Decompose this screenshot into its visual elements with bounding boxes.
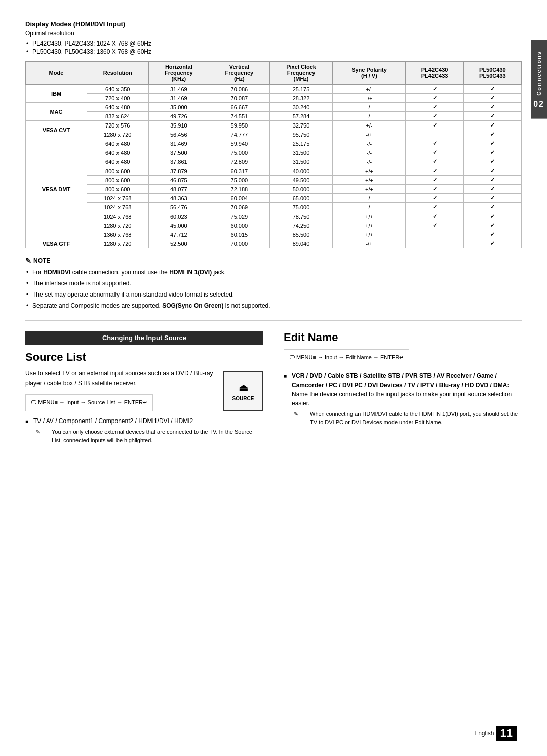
pl42-cell: ✓ [406, 166, 463, 176]
syncpolarity-cell: +/- [333, 85, 406, 94]
note-item-3: Separate and Composite modes are support… [25, 301, 522, 310]
edit-name-section: Edit Name 🖵 MENU≡ → Input → Edit Name → … [284, 331, 522, 449]
resolution-cell: 1280 x 720 [87, 221, 148, 230]
syncpolarity-cell: -/- [333, 139, 406, 148]
bottom-section: Changing the Input Source Source List ⏏ … [25, 331, 522, 449]
vfreq-cell: 59.940 [209, 139, 270, 148]
hfreq-cell: 31.469 [148, 85, 209, 94]
resolution-cell: 1024 x 768 [87, 203, 148, 212]
vfreq-cell: 72.188 [209, 185, 270, 194]
pl42-cell: ✓ [406, 148, 463, 157]
hfreq-cell: 45.000 [148, 221, 209, 230]
source-list-title: Source List [25, 351, 263, 364]
pixelclock-cell: 95.750 [269, 130, 333, 139]
mode-cell: VESA CVT [26, 121, 87, 139]
source-menu-text: MENU≡ → Input → Source List → ENTER↵ [38, 399, 147, 405]
vfreq-cell: 70.086 [209, 85, 270, 94]
note-item-2: The set may operate abnormally if a non-… [25, 290, 522, 299]
hfreq-cell: 60.023 [148, 212, 209, 221]
vfreq-cell: 75.000 [209, 176, 270, 185]
syncpolarity-cell: +/+ [333, 230, 406, 239]
pixelclock-cell: 50.000 [269, 185, 333, 194]
pl42-cell [406, 230, 463, 239]
note-section: ✎ NOTE For HDMI/DVI cable connection, yo… [25, 257, 522, 310]
note-item-0: For HDMI/DVI cable connection, you must … [25, 268, 522, 277]
resolution-bullet-1: PL42C430, PL42C433: 1024 X 768 @ 60Hz [25, 40, 522, 47]
pl42-cell: ✓ [406, 157, 463, 166]
pl42-cell: ✓ [406, 121, 463, 130]
note-label: NOTE [33, 257, 50, 264]
mode-cell: VESA GTF [26, 239, 87, 248]
hfreq-cell: 56.476 [148, 203, 209, 212]
vfreq-cell: 75.000 [209, 148, 270, 157]
pl50-cell: ✓ [463, 221, 521, 230]
vfreq-cell: 59.950 [209, 121, 270, 130]
source-list-section: Changing the Input Source Source List ⏏ … [25, 331, 263, 449]
resolution-cell: 1280 x 720 [87, 130, 148, 139]
note-list: For HDMI/DVI cable connection, you must … [25, 268, 522, 310]
display-modes-section: Display Modes (HDMI/DVI Input) Optimal r… [25, 20, 522, 248]
resolution-cell: 1024 x 768 [87, 212, 148, 221]
changing-input-banner: Changing the Input Source [25, 331, 263, 345]
pl50-cell: ✓ [463, 148, 521, 157]
resolution-cell: 1360 x 768 [87, 230, 148, 239]
vfreq-cell: 70.069 [209, 203, 270, 212]
syncpolarity-cell: +/+ [333, 212, 406, 221]
pl50-cell: ✓ [463, 203, 521, 212]
pl42-cell: ✓ [406, 221, 463, 230]
pixelclock-cell: 32.750 [269, 121, 333, 130]
hfreq-cell: 49.726 [148, 112, 209, 121]
edit-name-hdmi-note: When connecting an HDMI/DVI cable to the… [292, 410, 522, 427]
pl50-cell: ✓ [463, 166, 521, 176]
optimal-resolution-label: Optimal resolution [25, 30, 522, 37]
syncpolarity-cell: +/+ [333, 176, 406, 185]
note-header: ✎ NOTE [25, 257, 522, 265]
note-item-1: The interlace mode is not supported. [25, 279, 522, 288]
pl42-cell: ✓ [406, 212, 463, 221]
col-pl42: PL42C430PL42C433 [406, 62, 463, 85]
source-button: ⏏ SOURCE [223, 371, 263, 411]
mode-cell: VESA DMT [26, 139, 87, 239]
syncpolarity-cell: -/- [333, 148, 406, 157]
pl42-cell: ✓ [406, 85, 463, 94]
syncpolarity-cell: -/+ [333, 94, 406, 103]
edit-name-devices: VCR / DVD / Cable STB / Satellite STB / … [292, 372, 509, 389]
page-number: English 11 [474, 726, 517, 741]
hfreq-cell: 31.469 [148, 94, 209, 103]
edit-name-item-1: VCR / DVD / Cable STB / Satellite STB / … [284, 371, 522, 427]
page-num-big: 11 [496, 726, 517, 741]
vfreq-cell: 72.809 [209, 157, 270, 166]
syncpolarity-cell: -/- [333, 203, 406, 212]
vfreq-cell: 74.551 [209, 112, 270, 121]
pixelclock-cell: 49.500 [269, 176, 333, 185]
section-divider [25, 320, 522, 321]
pl42-cell: ✓ [406, 194, 463, 203]
vfreq-cell: 70.087 [209, 94, 270, 103]
pixelclock-cell: 25.175 [269, 139, 333, 148]
pixelclock-cell: 31.500 [269, 148, 333, 157]
page-lang: English [474, 730, 494, 737]
syncpolarity-cell: +/+ [333, 221, 406, 230]
hfreq-cell: 48.363 [148, 194, 209, 203]
pl42-cell: ✓ [406, 139, 463, 148]
hfreq-cell: 37.861 [148, 157, 209, 166]
display-modes-table: Mode Resolution HorizontalFrequency(KHz)… [25, 61, 522, 248]
hfreq-cell: 46.875 [148, 176, 209, 185]
mode-cell: MAC [26, 103, 87, 121]
pl42-cell [406, 239, 463, 248]
resolution-cell: 800 x 600 [87, 185, 148, 194]
edit-name-devices-desc: Name the device connected to the input j… [292, 391, 512, 407]
pl50-cell: ✓ [463, 230, 521, 239]
pixelclock-cell: 89.040 [269, 239, 333, 248]
pixelclock-cell: 75.000 [269, 203, 333, 212]
pixelclock-cell: 65.000 [269, 194, 333, 203]
col-pixel-clock: Pixel ClockFrequency(MHz) [269, 62, 333, 85]
pl50-cell: ✓ [463, 112, 521, 121]
syncpolarity-cell: +/- [333, 121, 406, 130]
col-pl50: PL50C430PL50C433 [463, 62, 521, 85]
pixelclock-cell: 57.284 [269, 112, 333, 121]
vfreq-cell: 60.317 [209, 166, 270, 176]
chapter-label: Connections [536, 51, 542, 96]
pixelclock-cell: 78.750 [269, 212, 333, 221]
hfreq-cell: 37.879 [148, 166, 209, 176]
